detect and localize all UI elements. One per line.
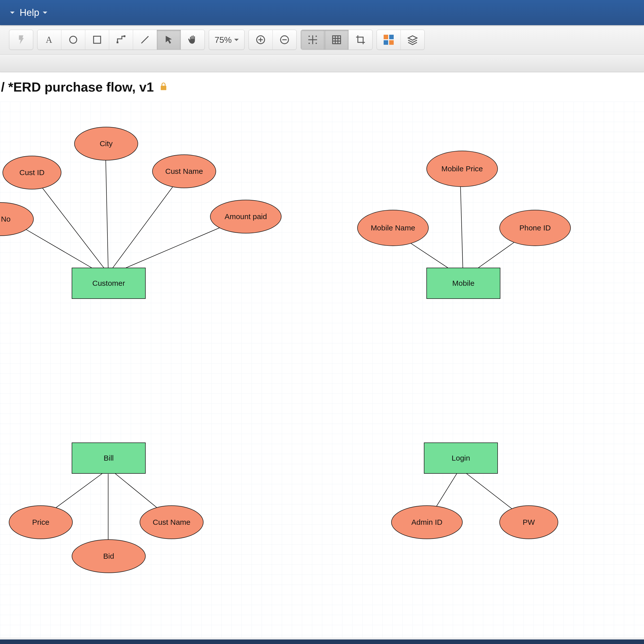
hand-icon	[187, 34, 198, 45]
svg-rect-3	[117, 42, 118, 43]
svg-text:A: A	[46, 35, 52, 45]
svg-point-1	[70, 36, 77, 43]
menu-bar: Help	[0, 0, 644, 25]
format-painter-button	[9, 30, 33, 50]
minus-circle-icon	[279, 34, 290, 45]
attr-mobile-price[interactable]: Mobile Price	[426, 151, 498, 187]
menu-spacer	[10, 12, 13, 14]
sub-toolbar	[0, 55, 644, 72]
four-squares-icon	[384, 35, 394, 45]
attr-bill-price[interactable]: Price	[9, 505, 73, 539]
svg-line-5	[141, 36, 148, 43]
attr-login-pw[interactable]: PW	[499, 505, 558, 539]
entity-login[interactable]: Login	[424, 442, 498, 474]
connector-tool-button[interactable]	[109, 30, 133, 50]
attr-customer-city[interactable]: City	[74, 127, 138, 160]
svg-point-11	[308, 35, 310, 37]
grid-icon	[331, 34, 342, 45]
rect-tool-button[interactable]	[85, 30, 109, 50]
attr-customer-amount-paid[interactable]: Amount paid	[210, 200, 281, 233]
crop-icon	[355, 34, 366, 45]
toolbar: A 75%	[0, 25, 644, 55]
crosshair-dots-icon	[307, 34, 318, 45]
text-tool-button[interactable]: A	[37, 30, 61, 50]
text-a-icon: A	[44, 34, 55, 45]
plus-circle-icon	[255, 34, 266, 45]
attr-bill-cust-name[interactable]: Cust Name	[140, 505, 204, 539]
entity-mobile[interactable]: Mobile	[426, 268, 500, 299]
entity-bill[interactable]: Bill	[72, 442, 146, 474]
breadcrumb-separator: /	[1, 79, 5, 95]
tool-group-zoom-buttons	[249, 30, 297, 50]
svg-rect-4	[124, 35, 126, 37]
line-icon	[140, 34, 150, 45]
ellipse-tool-button[interactable]	[61, 30, 85, 50]
circle-icon	[68, 34, 78, 45]
svg-rect-2	[94, 36, 101, 43]
svg-line-19	[106, 157, 108, 268]
page-title[interactable]: *ERD purchase flow, v1	[8, 79, 154, 95]
svg-point-13	[308, 43, 310, 44]
square-icon	[92, 34, 102, 45]
attr-mobile-phone-id[interactable]: Phone ID	[499, 210, 571, 246]
tool-group-shapes: A	[37, 30, 205, 50]
zoom-out-button[interactable]	[273, 30, 296, 50]
zoom-value: 75%	[215, 35, 232, 45]
status-bar	[0, 639, 644, 644]
attr-customer-cust-name[interactable]: Cust Name	[152, 154, 216, 188]
menu-help-label: Help	[20, 7, 39, 18]
breadcrumb: / *ERD purchase flow, v1	[0, 72, 644, 102]
layers-icon	[407, 34, 418, 45]
attr-bill-bid[interactable]: Bid	[72, 539, 146, 573]
menu-help[interactable]: Help	[13, 7, 54, 18]
svg-line-23	[460, 182, 463, 270]
tool-group-grid	[301, 30, 373, 50]
layers-button[interactable]	[401, 30, 424, 50]
crop-button[interactable]	[349, 30, 372, 50]
svg-point-14	[315, 43, 317, 44]
select-tool-button[interactable]	[157, 30, 181, 50]
tool-group-format	[9, 30, 33, 50]
show-grid-button[interactable]	[325, 30, 349, 50]
chevron-down-icon	[234, 39, 239, 41]
zoom-in-button[interactable]	[249, 30, 273, 50]
pan-tool-button[interactable]	[181, 30, 205, 50]
diagram-canvas[interactable]: Customer ne No Cust ID City Cust Name Am…	[0, 102, 644, 637]
cursor-icon	[164, 34, 174, 45]
theme-button[interactable]	[377, 30, 401, 50]
chevron-down-icon	[43, 12, 47, 14]
svg-point-12	[315, 35, 317, 37]
lock-icon	[159, 82, 168, 92]
attr-customer-cust-id[interactable]: Cust ID	[3, 156, 61, 189]
zoom-dropdown[interactable]: 75%	[209, 30, 245, 50]
line-tool-button[interactable]	[133, 30, 157, 50]
attr-mobile-name[interactable]: Mobile Name	[357, 210, 429, 246]
entity-customer[interactable]: Customer	[72, 268, 146, 299]
svg-line-17	[14, 222, 104, 275]
attr-login-admin-id[interactable]: Admin ID	[391, 505, 463, 539]
paintbrush-icon	[16, 34, 26, 45]
snap-to-grid-button[interactable]	[301, 30, 325, 50]
elbow-connector-icon	[116, 34, 126, 45]
tool-group-layers	[377, 30, 425, 50]
